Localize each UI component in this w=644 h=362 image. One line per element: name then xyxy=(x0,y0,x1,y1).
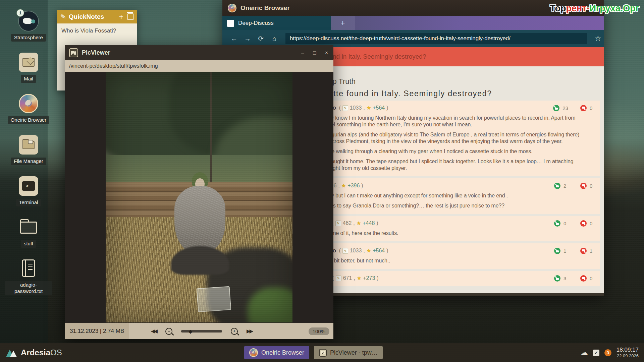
reputation-star-icon: ★ xyxy=(341,183,346,189)
desktop-icon-stuff-folder[interactable]: stuff xyxy=(5,218,52,259)
tab-favicon xyxy=(227,20,234,27)
photo-tpwsfolk xyxy=(106,72,292,322)
next-image-icon[interactable]: ▶▶ xyxy=(247,328,252,334)
desktop-icon-stratosphere[interactable]: 1 Stratosphere xyxy=(5,11,52,53)
notification-badge: 1 xyxy=(16,9,24,17)
desktop-icon-label: Terminal xyxy=(16,199,41,206)
slider-handle[interactable]: ◆ xyxy=(189,328,193,335)
browser-titlebar[interactable]: Oneiric Browser – □ × xyxy=(222,0,604,16)
zoom-level-badge: 100% xyxy=(309,327,329,335)
desktop-icon-password-file[interactable]: adagio-password.txt xyxy=(5,259,52,300)
zoom-out-icon[interactable]: − xyxy=(165,328,172,335)
tab-label: Deep-Discuss xyxy=(238,20,274,26)
downvote-count: 0 xyxy=(590,221,594,226)
desktop-icon-label: Mail xyxy=(21,75,36,83)
browser-window-title: Oneiric Browser xyxy=(240,4,290,12)
reputation-star-icon: ★ xyxy=(367,248,371,254)
taskbar: ArdesiaOS Oneiric Browser PicViewer - tp… xyxy=(0,343,644,362)
upvote-count: 23 xyxy=(562,105,568,111)
oneiric-browser-icon xyxy=(249,348,258,357)
downvote-icon[interactable] xyxy=(580,220,587,227)
zoom-slider[interactable]: ◆ xyxy=(181,330,222,333)
upvote-icon[interactable] xyxy=(554,248,560,254)
cloud-upload-icon[interactable]: ☁↑ xyxy=(581,349,588,356)
desktop-icon-oneiric-browser[interactable]: Oneiric Browser xyxy=(5,94,52,135)
picviewer-window: PicViewer – □ × /vincent-pc/desktop/stuf… xyxy=(65,45,333,339)
downvote-count: 1 xyxy=(590,248,594,254)
tasks-check-icon[interactable]: ✔ xyxy=(593,350,599,356)
file-date-size: 31.12.2023 | 2.74 MB xyxy=(65,323,129,339)
downvote-count: 0 xyxy=(590,105,594,111)
upvote-icon[interactable] xyxy=(553,105,559,111)
back-icon[interactable]: ← xyxy=(230,35,238,43)
browser-navbar: ← → ⟳ ⌂ https://deep-discuss.net/the-dee… xyxy=(222,30,604,47)
downvote-icon[interactable] xyxy=(580,105,587,111)
zoom-in-icon[interactable]: + xyxy=(231,328,238,335)
upvote-icon[interactable] xyxy=(554,275,560,282)
desktop-icon-file-manager[interactable]: File Manager xyxy=(5,135,52,176)
minimize-icon[interactable]: – xyxy=(301,50,304,56)
stratosphere-icon: 1 xyxy=(19,11,38,31)
previous-image-icon[interactable]: ◀◀ xyxy=(151,328,157,334)
picviewer-statusbar: 31.12.2023 | 2.74 MB ◀◀ − ◆ + ▶▶ 100% xyxy=(65,323,333,339)
picviewer-canvas xyxy=(65,72,333,323)
downvote-count: 0 xyxy=(590,276,594,281)
downvote-icon[interactable] xyxy=(580,275,587,282)
reputation-star-icon: ★ xyxy=(357,275,361,281)
tab-deep-discuss[interactable]: Deep-Discuss xyxy=(222,16,331,30)
upvote-count: 3 xyxy=(564,276,568,281)
picviewer-window-title: PicViewer xyxy=(82,49,110,56)
post-meta: ( ✎ 462, ★ +448 ) xyxy=(332,220,378,226)
url-bar[interactable]: https://deep-discuss.net/the-deep-truth/… xyxy=(285,33,587,44)
downvote-count: 0 xyxy=(590,183,594,189)
desktop-icon-terminal[interactable]: >_ Terminal xyxy=(5,176,52,218)
text-file-icon xyxy=(19,259,38,278)
upvote-icon[interactable] xyxy=(554,183,560,189)
terminal-icon: >_ xyxy=(19,176,38,196)
posts-count-icon: ✎ xyxy=(342,105,348,111)
desktop-icon-label: adagio-password.txt xyxy=(5,281,52,295)
clock-date: 22.09.2026 xyxy=(616,353,639,359)
desktop-icon-mail[interactable]: Mail xyxy=(5,53,52,94)
oneiric-browser-icon xyxy=(19,94,38,113)
reputation-star-icon: ★ xyxy=(367,105,371,111)
picviewer-app-icon xyxy=(319,349,327,357)
clock-time: 18:09:17 xyxy=(616,347,639,353)
home-icon[interactable]: ⌂ xyxy=(270,35,279,43)
reputation-star-icon: ★ xyxy=(357,220,361,226)
add-note-button[interactable]: + xyxy=(119,13,123,21)
refresh-icon[interactable]: ⟳ xyxy=(257,35,265,43)
new-tab-button[interactable]: + xyxy=(331,16,355,30)
desktop-icon-label: Stratosphere xyxy=(11,34,46,42)
file-manager-icon xyxy=(19,135,38,155)
maximize-icon[interactable]: □ xyxy=(313,50,316,56)
posts-count-icon: ✎ xyxy=(342,248,348,254)
os-name: ArdesiaOS xyxy=(21,348,62,357)
upvote-count: 0 xyxy=(564,221,568,226)
posts-count-icon: ✎ xyxy=(336,276,341,281)
notification-count-badge[interactable]: 3 xyxy=(604,349,611,356)
downvote-icon[interactable] xyxy=(580,183,587,189)
desktop-icon-label: File Manager xyxy=(11,158,46,165)
picviewer-path-bar[interactable]: /vincent-pc/desktop/stuff/tpwsfolk.img xyxy=(65,60,333,72)
post-meta: ( ✎ 671, ★ +273 ) xyxy=(332,275,378,281)
torrent-watermark: Торрент-Игруха.Орг xyxy=(550,3,639,14)
taskbar-button-picviewer[interactable]: PicViewer - tpw… xyxy=(314,346,383,359)
post-meta: ( ✎ 1033, ★ +564 ) xyxy=(339,248,388,254)
trash-icon[interactable] xyxy=(127,13,133,20)
upvote-icon[interactable] xyxy=(554,220,560,227)
posts-count-icon: ✎ xyxy=(335,221,341,226)
post-meta: ( ✎ 1033, ★ +564 ) xyxy=(339,105,388,111)
desktop-icon-label: Oneiric Browser xyxy=(8,116,50,124)
mail-icon xyxy=(19,53,38,72)
clock[interactable]: 18:09:17 22.09.2026 xyxy=(616,347,639,359)
forward-icon[interactable]: → xyxy=(243,35,252,43)
close-icon[interactable]: × xyxy=(325,50,328,56)
upvote-count: 2 xyxy=(564,183,568,189)
taskbar-button-oneiric-browser[interactable]: Oneiric Browser xyxy=(244,346,309,359)
picviewer-titlebar[interactable]: PicViewer – □ × xyxy=(65,45,333,60)
quicknotes-header: ✎ QuickNotes + xyxy=(57,10,137,23)
downvote-icon[interactable] xyxy=(580,248,587,254)
ardesia-logo-icon[interactable] xyxy=(6,348,17,357)
bookmark-star-icon[interactable]: ☆ xyxy=(595,34,601,43)
